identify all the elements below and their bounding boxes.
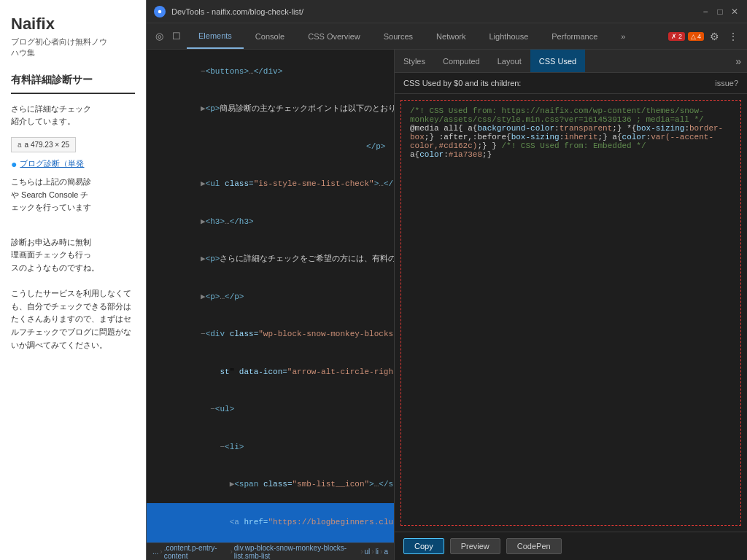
tab-more[interactable]: »	[609, 23, 637, 49]
tab-css-overview[interactable]: CSS Overview	[296, 23, 372, 49]
tab-lighthouse[interactable]: Lighthouse	[477, 23, 540, 49]
html-line[interactable]: −<ul>	[147, 391, 394, 429]
tab-computed[interactable]: Computed	[434, 50, 489, 72]
css-footer: Copy Preview CodePen	[395, 532, 747, 560]
link-item[interactable]: ● ブログ診断（単発	[11, 158, 135, 170]
html-line[interactable]: ▶<p>さらに詳細なチェックをご希望の方には、有料の診断サービスをご紹介していま…	[147, 241, 394, 279]
html-line[interactable]: −<div class="wp-block-snow-monkey-blocks…	[147, 316, 394, 354]
copy-button[interactable]: Copy	[403, 538, 444, 554]
right-tab-more[interactable]: »	[729, 50, 747, 72]
inspect-icon[interactable]: ◎	[152, 31, 166, 42]
tab-layout[interactable]: Layout	[489, 50, 530, 72]
tab-elements[interactable]: Elements	[187, 23, 244, 49]
section-divider	[11, 93, 135, 94]
breadcrumb-item[interactable]: ul	[365, 548, 371, 556]
css-used-header: CSS Used by $0 and its children: issue?	[395, 73, 747, 94]
elements-panel: −<buttons>…</div> ▶<p>簡易診断の主なチェックポイントは以下…	[147, 50, 395, 560]
tab-console[interactable]: Console	[244, 23, 296, 49]
warning-badge: △ 4	[688, 32, 704, 41]
breadcrumb-bar: ... › .content.p-entry-content › div.wp-…	[147, 542, 394, 560]
tooltip-box: a a 479.23 × 25	[11, 137, 76, 152]
close-button[interactable]: ✕	[729, 7, 740, 17]
tab-performance[interactable]: Performance	[540, 23, 609, 49]
preview-button[interactable]: Preview	[450, 538, 500, 554]
maximize-button[interactable]: □	[715, 7, 725, 17]
badges-area: ✗ 2 △ 4 ⚙ ⋮	[668, 23, 747, 49]
settings-icon[interactable]: ⚙	[707, 31, 722, 42]
html-line[interactable]: ▶<p>…</p>	[147, 278, 394, 316]
html-line[interactable]: −<buttons>…</div>	[147, 52, 394, 90]
page-content: Naifix ブログ初心者向け無料ノウハウ集 有料詳細診断サー さらに詳細なチェ…	[0, 0, 146, 560]
html-line[interactable]: ▶<span class="smb-list__icon">…</span>	[147, 466, 394, 504]
devtools-panel: DevTools - naifix.com/blog-check-list/ −…	[146, 0, 747, 560]
bottom-text: 診断お申込み時に無制 理画面チェックも行っ スのようなものですね。 こうしたサー…	[11, 236, 135, 351]
html-line[interactable]: −<li>	[147, 428, 394, 466]
html-line[interactable]: </p>	[147, 128, 394, 166]
tab-network[interactable]: Network	[425, 23, 477, 49]
elements-content[interactable]: −<buttons>…</div> ▶<p>簡易診断の主なチェックポイントは以下…	[147, 50, 394, 542]
tab-styles[interactable]: Styles	[395, 50, 434, 72]
more-options-icon[interactable]: ⋮	[725, 31, 741, 42]
tab-sources[interactable]: Sources	[372, 23, 425, 49]
devtools-tab-bar: ◎ ☐ Elements Console CSS Overview Source…	[147, 23, 747, 50]
devtools-title: DevTools - naifix.com/blog-check-list/	[171, 7, 694, 16]
breadcrumb-item[interactable]: div.wp-block-snow-monkey-blocks-list.smb…	[234, 544, 359, 560]
breadcrumb-item[interactable]: li	[376, 548, 379, 556]
css-code-area[interactable]: /*! CSS Used from: https://naifix.com/wp…	[400, 100, 741, 526]
svg-point-1	[158, 9, 162, 13]
mobile-icon[interactable]: ☐	[169, 31, 184, 42]
breadcrumb-item[interactable]: .content.p-entry-content	[164, 544, 229, 560]
devtools-titlebar: DevTools - naifix.com/blog-check-list/ −…	[147, 0, 747, 23]
tab-css-used[interactable]: CSS Used	[530, 50, 585, 72]
error-badge: ✗ 2	[668, 32, 685, 41]
minimize-button[interactable]: −	[700, 7, 711, 17]
breadcrumb-item[interactable]: ...	[152, 548, 158, 556]
right-tab-bar: Styles Computed Layout CSS Used »	[395, 50, 747, 73]
html-line-selected[interactable]: <a href="https://blogbeginners.club/site…	[147, 503, 394, 541]
right-panel: Styles Computed Layout CSS Used » CSS Us…	[395, 50, 747, 560]
titlebar-controls: − □ ✕	[700, 7, 740, 17]
bullet-icon: ●	[11, 158, 17, 170]
site-subtitle: ブログ初心者向け無料ノウハウ集	[11, 36, 135, 59]
page-text-2: こちらは上記の簡易診や Search Console チェックを行っています	[11, 176, 135, 214]
chrome-icon	[154, 6, 166, 18]
page-text-1: さらに詳細なチェック紹介しています。	[11, 103, 135, 128]
breadcrumb-item[interactable]: a	[384, 548, 388, 556]
html-line[interactable]: ▶<p>簡易診断の主なチェックポイントは以下のとおりです。	[147, 90, 394, 128]
css-header-text: CSS Used by $0 and its children:	[403, 79, 521, 88]
codepen-button[interactable]: CodePen	[506, 538, 562, 554]
html-line[interactable]: ▶<h3>…</h3>	[147, 203, 394, 241]
css-header-issue[interactable]: issue?	[715, 79, 738, 88]
site-title: Naifix	[11, 15, 135, 34]
devtools-tab-icons: ◎ ☐	[150, 23, 187, 49]
devtools-main: −<buttons>…</div> ▶<p>簡易診断の主なチェックポイントは以下…	[147, 50, 747, 560]
html-line[interactable]: st" data-icon="arrow-alt-circle-right">	[147, 353, 394, 391]
css-used-panel: CSS Used by $0 and its children: issue? …	[395, 73, 747, 560]
html-line[interactable]: ▶<ul class="is-style-sme-list-check">…</…	[147, 166, 394, 203]
section-heading: 有料詳細診断サー	[11, 74, 135, 87]
